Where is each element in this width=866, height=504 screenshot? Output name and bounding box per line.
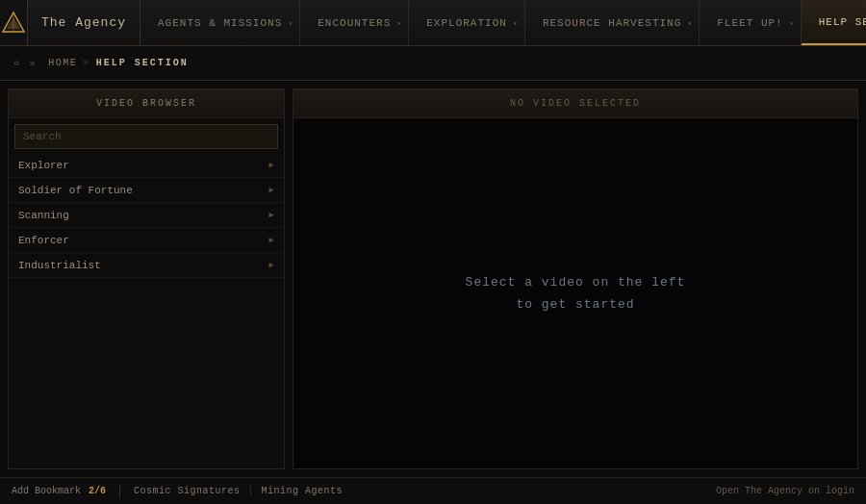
main-content: VIDEO BROWSER Explorer ▶ Soldier of Fort…: [0, 81, 866, 477]
breadcrumb: « » HOME » HELP SECTION: [0, 46, 866, 81]
select-video-prompt: Select a video on the left to get starte…: [466, 271, 686, 316]
link-separator: |: [248, 486, 254, 496]
open-agency-on-login-button[interactable]: Open The Agency on login: [716, 486, 854, 496]
chevron-right-icon: ▶: [269, 210, 274, 220]
logo-area: [0, 0, 28, 45]
nav-agents-missions[interactable]: Agents & Missions ▾: [140, 0, 300, 45]
nav-arrow-icon: ▾: [396, 18, 402, 27]
search-input[interactable]: [23, 131, 269, 142]
agency-logo-icon: [0, 10, 27, 37]
video-player-panel: NO VIDEO SELECTED Select a video on the …: [293, 88, 858, 469]
page-title: HELP SECTION: [96, 58, 189, 68]
nav-arrow-icon: ▾: [687, 18, 693, 27]
nav-encounters[interactable]: Encounters ▾: [300, 0, 409, 45]
app-title: The Agency: [28, 0, 140, 45]
nav-items: Agents & Missions ▾ Encounters ▾ Explora…: [140, 0, 866, 45]
nav-resource-harvesting[interactable]: Resource Harvesting ▾: [525, 0, 700, 45]
nav-arrow-icon: ▾: [789, 18, 795, 27]
chevron-right-icon: ▶: [269, 185, 274, 195]
category-item-enforcer[interactable]: Enforcer ▶: [9, 228, 284, 253]
chevron-right-icon: ▶: [269, 260, 274, 270]
video-browser-header: VIDEO BROWSER: [9, 89, 284, 118]
video-area: Select a video on the left to get starte…: [293, 118, 857, 468]
nav-fleet-up[interactable]: Fleet up! ▾: [700, 0, 801, 45]
category-list: Explorer ▶ Soldier of Fortune ▶ Scanning…: [9, 153, 284, 468]
category-item-scanning[interactable]: Scanning ▶: [9, 203, 284, 228]
breadcrumb-home-link[interactable]: HOME: [48, 58, 77, 68]
category-item-soldier-of-fortune[interactable]: Soldier of Fortune ▶: [9, 178, 284, 203]
category-item-explorer[interactable]: Explorer ▶: [9, 153, 284, 178]
nav-help-section[interactable]: Help Section: [802, 0, 866, 45]
bookmark-count: 2/6: [89, 486, 106, 496]
video-player-header: NO VIDEO SELECTED: [293, 89, 857, 118]
breadcrumb-separator: »: [83, 58, 90, 68]
nav-exploration[interactable]: Exploration ▾: [409, 0, 525, 45]
chevron-right-icon: ▶: [269, 235, 274, 245]
add-bookmark-button[interactable]: Add Bookmark 2/6: [12, 486, 106, 496]
search-box[interactable]: [14, 124, 278, 149]
bottom-bar: Add Bookmark 2/6 Cosmic Signatures | Min…: [0, 477, 866, 504]
video-browser-panel: VIDEO BROWSER Explorer ▶ Soldier of Fort…: [8, 88, 285, 469]
chevron-right-icon: ▶: [269, 160, 274, 170]
nav-arrow-icon: ▾: [288, 18, 293, 27]
category-item-industrialist[interactable]: Industrialist ▶: [9, 253, 284, 278]
cosmic-signatures-link[interactable]: Cosmic Signatures: [134, 486, 241, 496]
bottom-separator: [119, 485, 120, 498]
breadcrumb-nav-arrows[interactable]: « »: [13, 58, 37, 69]
top-navigation: The Agency Agents & Missions ▾ Encounter…: [0, 0, 866, 46]
mining-agents-link[interactable]: Mining Agents: [262, 486, 344, 496]
nav-arrow-icon: ▾: [513, 18, 519, 27]
